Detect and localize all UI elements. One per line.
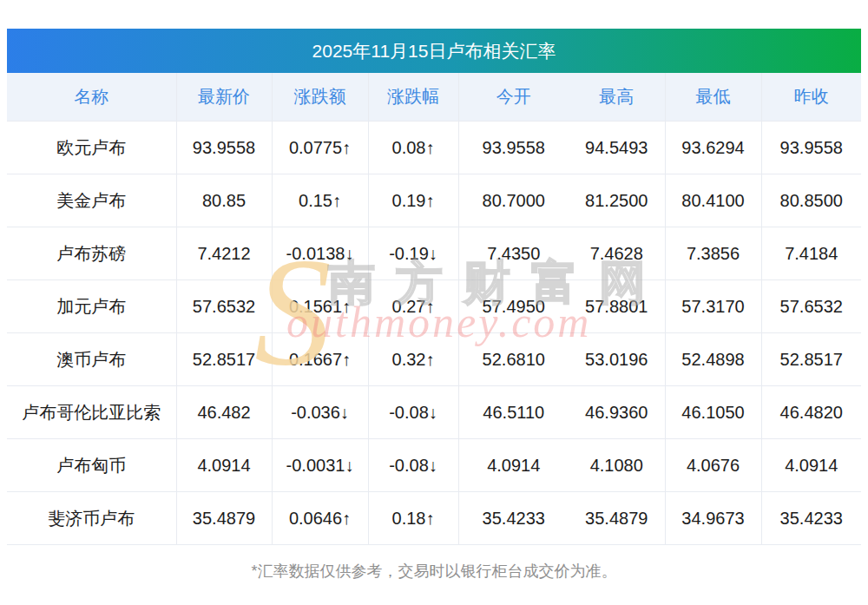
cell-prev-close: 35.4233 xyxy=(761,492,861,545)
cell-low: 34.9673 xyxy=(665,492,761,545)
table-row: 美金卢布80.850.15↑0.19↑80.700081.250080.4100… xyxy=(7,174,861,227)
cell-latest-price: 52.8517 xyxy=(176,333,272,386)
table-row: 欧元卢布93.95580.0775↑0.08↑93.955894.549393.… xyxy=(7,122,861,174)
column-header-prev-close: 昨收 xyxy=(761,73,861,122)
cell-high: 35.4879 xyxy=(569,492,665,545)
cell-name: 卢布苏磅 xyxy=(7,227,176,280)
cell-name: 澳币卢布 xyxy=(7,333,176,386)
cell-change-percent: -0.08↓ xyxy=(368,386,458,439)
cell-low: 57.3170 xyxy=(665,280,761,333)
cell-low: 52.4898 xyxy=(665,333,761,386)
cell-prev-close: 46.4820 xyxy=(761,386,861,439)
column-header-low: 最低 xyxy=(665,73,761,122)
cell-name: 美金卢布 xyxy=(7,174,176,227)
cell-change-percent: 0.18↑ xyxy=(368,492,458,545)
cell-open: 80.7000 xyxy=(458,174,569,227)
exchange-rate-table: 名称最新价涨跌额涨跌幅今开最高最低昨收 欧元卢布93.95580.0775↑0.… xyxy=(7,73,861,545)
cell-name: 斐济币卢布 xyxy=(7,492,176,545)
cell-prev-close: 4.0914 xyxy=(761,439,861,492)
cell-prev-close: 7.4184 xyxy=(761,227,861,280)
cell-open: 4.0914 xyxy=(458,439,569,492)
cell-change-amount: -0.0031↓ xyxy=(272,439,368,492)
cell-high: 46.9360 xyxy=(569,386,665,439)
cell-open: 7.4350 xyxy=(458,227,569,280)
cell-latest-price: 7.4212 xyxy=(176,227,272,280)
cell-prev-close: 52.8517 xyxy=(761,333,861,386)
cell-low: 93.6294 xyxy=(665,122,761,174)
cell-name: 卢布匈币 xyxy=(7,439,176,492)
cell-high: 57.8801 xyxy=(569,280,665,333)
cell-change-percent: -0.19↓ xyxy=(368,227,458,280)
column-header-name: 名称 xyxy=(7,73,176,122)
cell-open: 52.6810 xyxy=(458,333,569,386)
column-header-latest-price: 最新价 xyxy=(176,73,272,122)
cell-low: 4.0676 xyxy=(665,439,761,492)
cell-open: 35.4233 xyxy=(458,492,569,545)
disclaimer-note: *汇率数据仅供参考，交易时以银行柜台成交价为准。 xyxy=(7,561,861,582)
cell-open: 57.4950 xyxy=(458,280,569,333)
cell-change-amount: 0.1667↑ xyxy=(272,333,368,386)
header-row: 名称最新价涨跌额涨跌幅今开最高最低昨收 xyxy=(7,73,861,122)
cell-change-percent: -0.08↓ xyxy=(368,439,458,492)
cell-change-percent: 0.32↑ xyxy=(368,333,458,386)
cell-change-amount: -0.0138↓ xyxy=(272,227,368,280)
column-header-change-amount: 涨跌额 xyxy=(272,73,368,122)
table-row: 卢布哥伦比亚比索46.482-0.036↓-0.08↓46.511046.936… xyxy=(7,386,861,439)
rate-table-panel: 2025年11月15日卢布相关汇率 名称最新价涨跌额涨跌幅今开最高最低昨收 欧元… xyxy=(7,29,861,582)
cell-change-amount: 0.1561↑ xyxy=(272,280,368,333)
table-row: 加元卢布57.65320.1561↑0.27↑57.495057.880157.… xyxy=(7,280,861,333)
table-row: 澳币卢布52.85170.1667↑0.32↑52.681053.019652.… xyxy=(7,333,861,386)
cell-prev-close: 80.8500 xyxy=(761,174,861,227)
cell-name: 欧元卢布 xyxy=(7,122,176,174)
cell-low: 7.3856 xyxy=(665,227,761,280)
column-header-open: 今开 xyxy=(458,73,569,122)
cell-prev-close: 57.6532 xyxy=(761,280,861,333)
column-header-high: 最高 xyxy=(569,73,665,122)
cell-open: 46.5110 xyxy=(458,386,569,439)
cell-high: 81.2500 xyxy=(569,174,665,227)
table-title-bar: 2025年11月15日卢布相关汇率 xyxy=(7,29,861,73)
cell-change-amount: -0.036↓ xyxy=(272,386,368,439)
cell-high: 4.1080 xyxy=(569,439,665,492)
cell-latest-price: 57.6532 xyxy=(176,280,272,333)
cell-name: 加元卢布 xyxy=(7,280,176,333)
cell-name: 卢布哥伦比亚比索 xyxy=(7,386,176,439)
cell-low: 46.1050 xyxy=(665,386,761,439)
cell-change-amount: 0.0646↑ xyxy=(272,492,368,545)
table-row: 卢布苏磅7.4212-0.0138↓-0.19↓7.43507.46287.38… xyxy=(7,227,861,280)
table-title: 2025年11月15日卢布相关汇率 xyxy=(312,39,556,63)
cell-latest-price: 35.4879 xyxy=(176,492,272,545)
cell-high: 53.0196 xyxy=(569,333,665,386)
cell-change-percent: 0.19↑ xyxy=(368,174,458,227)
table-row: 卢布匈币4.0914-0.0031↓-0.08↓4.09144.10804.06… xyxy=(7,439,861,492)
table-row: 斐济币卢布35.48790.0646↑0.18↑35.423335.487934… xyxy=(7,492,861,545)
column-header-change-percent: 涨跌幅 xyxy=(368,73,458,122)
cell-latest-price: 46.482 xyxy=(176,386,272,439)
cell-change-amount: 0.0775↑ xyxy=(272,122,368,174)
cell-latest-price: 80.85 xyxy=(176,174,272,227)
cell-high: 7.4628 xyxy=(569,227,665,280)
cell-high: 94.5493 xyxy=(569,122,665,174)
cell-prev-close: 93.9558 xyxy=(761,122,861,174)
cell-low: 80.4100 xyxy=(665,174,761,227)
cell-change-amount: 0.15↑ xyxy=(272,174,368,227)
cell-change-percent: 0.08↑ xyxy=(368,122,458,174)
cell-latest-price: 93.9558 xyxy=(176,122,272,174)
cell-latest-price: 4.0914 xyxy=(176,439,272,492)
cell-change-percent: 0.27↑ xyxy=(368,280,458,333)
cell-open: 93.9558 xyxy=(458,122,569,174)
